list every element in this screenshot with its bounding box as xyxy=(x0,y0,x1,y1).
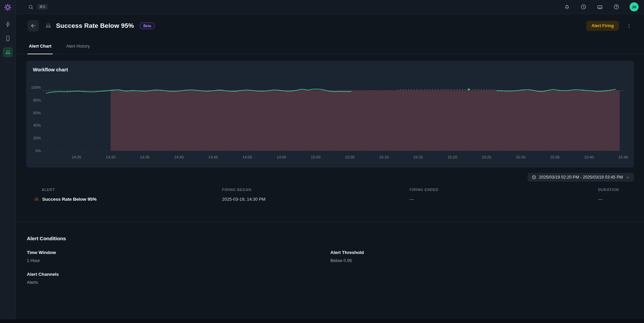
alert-conditions-section: Alert Conditions Time Window 1 Hour Aler… xyxy=(16,222,644,285)
svg-text:14:30: 14:30 xyxy=(106,155,115,159)
back-button[interactable] xyxy=(28,20,39,31)
tab-alert-chart[interactable]: Alert Chart xyxy=(28,44,53,54)
condition-alert-channels: Alert Channels Alerts xyxy=(27,272,330,285)
user-avatar[interactable]: JH xyxy=(630,2,639,11)
svg-text:15:05: 15:05 xyxy=(345,155,355,159)
series-success-rate-sparse xyxy=(398,89,497,90)
app-window: ⌘K JH Success Rate xyxy=(0,0,644,319)
sidebar xyxy=(0,0,16,319)
search-icon xyxy=(28,4,34,10)
sidebar-item-functions[interactable] xyxy=(3,19,13,29)
column-alert: ALERT xyxy=(34,188,222,192)
svg-text:14:25: 14:25 xyxy=(71,155,81,159)
keyboard-icon[interactable] xyxy=(597,4,603,10)
alerts-table: ALERT FIRING BEGAN FIRING ENDED DURATION… xyxy=(16,188,644,202)
svg-text:15:10: 15:10 xyxy=(379,155,389,159)
svg-text:15:00: 15:00 xyxy=(311,155,321,159)
svg-text:15:45: 15:45 xyxy=(618,155,628,159)
sidebar-item-alerts[interactable] xyxy=(3,47,13,57)
workflow-chart-panel: Workflow chart 0%20%40%60%80%100%14:2514… xyxy=(26,61,634,168)
svg-text:80%: 80% xyxy=(33,98,41,102)
svg-text:14:35: 14:35 xyxy=(140,155,150,159)
column-firing-ended: FIRING ENDED xyxy=(410,188,598,192)
siren-icon xyxy=(5,49,11,56)
firing-region xyxy=(111,90,620,151)
svg-text:0%: 0% xyxy=(35,149,41,153)
svg-text:14:45: 14:45 xyxy=(208,155,218,159)
beta-badge: Beta xyxy=(140,22,155,29)
svg-text:15:25: 15:25 xyxy=(482,155,491,159)
sidebar-divider xyxy=(3,62,12,62)
page-header: Success Rate Below 95% Beta Alert Firing xyxy=(28,20,632,31)
column-duration: DURATION xyxy=(598,188,644,192)
svg-text:15:20: 15:20 xyxy=(447,155,457,159)
history-clock-icon[interactable] xyxy=(580,4,587,10)
svg-text:15:15: 15:15 xyxy=(413,155,423,159)
alert-siren-icon xyxy=(45,22,52,29)
svg-text:15:40: 15:40 xyxy=(584,155,594,159)
svg-text:14:55: 14:55 xyxy=(277,155,286,159)
firing-began-value: 2025-03-19, 14:30 PM xyxy=(222,197,410,202)
alerts-table-header: ALERT FIRING BEGAN FIRING ENDED DURATION xyxy=(34,188,644,192)
svg-text:14:40: 14:40 xyxy=(174,155,184,159)
svg-text:100%: 100% xyxy=(31,85,41,89)
mobile-device-icon xyxy=(5,35,11,42)
inngest-logo-icon[interactable] xyxy=(3,3,12,12)
alert-firing-status-button[interactable]: Alert Firing xyxy=(586,21,619,31)
chevron-down-icon xyxy=(626,175,630,180)
firing-siren-icon xyxy=(34,196,39,202)
tab-alert-history[interactable]: Alert History xyxy=(65,44,91,54)
svg-text:14:50: 14:50 xyxy=(243,155,252,159)
global-search[interactable]: ⌘K xyxy=(28,4,48,10)
conditions-heading: Alert Conditions xyxy=(27,236,644,241)
lightning-icon xyxy=(5,21,11,27)
condition-time-window: Time Window 1 Hour xyxy=(27,250,330,263)
svg-text:15:35: 15:35 xyxy=(550,155,560,159)
main-content: Success Rate Below 95% Beta Alert Firing… xyxy=(16,14,644,319)
firing-ended-value: — xyxy=(410,197,598,202)
notifications-bell-icon[interactable] xyxy=(564,4,570,10)
date-range-value: 2025/03/19 02:20 PM - 2025/03/19 03:45 P… xyxy=(539,175,623,180)
column-firing-began: FIRING BEGAN xyxy=(222,188,410,192)
page-title: Success Rate Below 95% xyxy=(56,22,134,29)
sidebar-item-apps[interactable] xyxy=(3,33,13,43)
help-icon[interactable] xyxy=(613,4,620,10)
kebab-menu-icon[interactable] xyxy=(626,23,632,29)
table-row[interactable]: Success Rate Below 95% 2025-03-19, 14:30… xyxy=(34,196,644,202)
condition-alert-threshold: Alert Threshold Below 0.95 xyxy=(330,250,644,263)
alert-name: Success Rate Below 95% xyxy=(42,197,97,202)
duration-value: — xyxy=(598,197,644,202)
workflow-chart-svg[interactable]: 0%20%40%60%80%100%14:2514:3014:3514:4014… xyxy=(26,61,634,168)
data-point-marker xyxy=(468,89,470,90)
svg-text:20%: 20% xyxy=(33,136,41,140)
svg-text:60%: 60% xyxy=(33,111,41,115)
svg-text:40%: 40% xyxy=(33,123,41,127)
search-shortcut-badge: ⌘K xyxy=(37,4,48,10)
topbar: ⌘K JH xyxy=(16,0,644,14)
svg-text:15:30: 15:30 xyxy=(516,155,526,159)
clock-icon xyxy=(532,175,536,180)
tab-bar: Alert Chart Alert History xyxy=(16,44,644,54)
date-range-picker[interactable]: 2025/03/19 02:20 PM - 2025/03/19 03:45 P… xyxy=(528,173,634,182)
